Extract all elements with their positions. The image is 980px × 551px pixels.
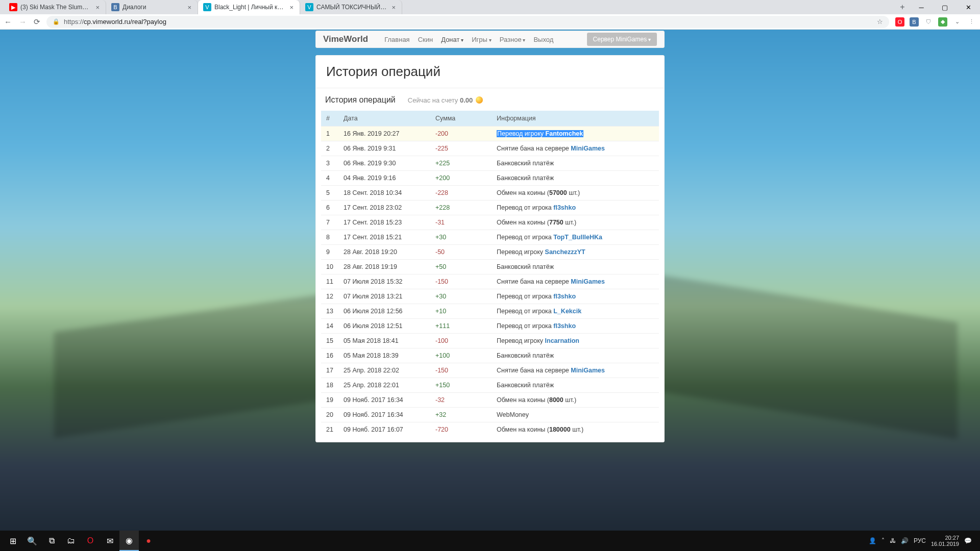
tab-title: (3) Ski Mask The Slump God - LA (20, 4, 91, 11)
nav-item[interactable]: Выход (529, 33, 557, 46)
mail-taskbar-icon[interactable]: ✉ (100, 531, 119, 551)
taskbar-clock[interactable]: 20:27 16.01.2019 (931, 535, 959, 547)
browser-tab[interactable]: VСАМЫЙ ТОКСИЧНЫЙ РОЗЫГР× (300, 0, 402, 14)
cell-info: Банковский платёж (492, 260, 659, 274)
cell-info: Обмен на коины (180000 шт.) (492, 422, 659, 437)
taskview-icon[interactable]: ⧉ (42, 531, 61, 551)
cell-info: Обмен на коины (57000 шт.) (492, 186, 659, 201)
cell-info: Банковский платёж (492, 378, 659, 393)
bookmark-star-icon[interactable]: ☆ (877, 18, 883, 26)
cell-num: 16 (321, 348, 338, 363)
cell-num: 14 (321, 319, 338, 334)
info-link[interactable]: SanchezzzYT (545, 248, 585, 256)
info-link[interactable]: L_Kekcik (553, 308, 581, 315)
cell-sum: -720 (430, 422, 492, 437)
youtube-favicon-icon: ▶ (9, 3, 17, 11)
nav-item[interactable]: Разное (496, 33, 530, 46)
cell-date: 06 Янв. 2019 9:31 (338, 141, 430, 156)
info-link[interactable]: TopT_BullleHKa (553, 234, 602, 241)
table-row: 404 Янв. 2019 9:16+200Банковский платёж (321, 171, 659, 186)
cell-num: 17 (321, 363, 338, 378)
browser-tab[interactable]: VBlack_Light | Личный кабинет V× (198, 0, 300, 14)
nav-item[interactable]: Игры (468, 33, 495, 46)
tab-close-icon[interactable]: × (94, 4, 101, 11)
table-row: 1107 Июля 2018 15:32-150Снятие бана на с… (321, 274, 659, 289)
cart-ext-icon[interactable]: ⌄ (952, 17, 962, 27)
explorer-icon[interactable]: 🗂 (61, 531, 81, 551)
balance-value: 0.00 (460, 96, 473, 104)
info-link[interactable]: MiniGames (571, 145, 605, 152)
back-button[interactable]: ← (4, 17, 12, 27)
start-button[interactable]: ⊞ (3, 531, 22, 551)
shield-ext-icon[interactable]: ⛉ (924, 17, 933, 27)
new-tab-button[interactable]: + (895, 0, 910, 14)
browser-tab[interactable]: BДиалоги× (106, 0, 198, 14)
lock-icon: 🔒 (53, 18, 60, 25)
opera-ext-icon[interactable]: O (895, 17, 904, 27)
panel-subheader: История операций Сейчас на счету 0.00 (316, 88, 664, 108)
nav-item[interactable]: Главная (380, 33, 413, 46)
close-window-button[interactable]: ✕ (957, 0, 980, 14)
info-link[interactable]: Incarnation (545, 337, 579, 344)
chrome-menu-icon[interactable]: ⋮ (967, 17, 976, 27)
table-header-row: # Дата Сумма Информация (321, 111, 659, 127)
info-link[interactable]: MiniGames (571, 278, 605, 285)
network-tray-icon[interactable]: 🖧 (890, 537, 896, 544)
speaker-tray-icon[interactable]: 🔊 (901, 537, 909, 544)
browser-tab[interactable]: ▶(3) Ski Mask The Slump God - LA× (4, 0, 106, 14)
people-tray-icon[interactable]: 👤 (869, 537, 876, 544)
tab-close-icon[interactable]: × (186, 4, 192, 11)
reload-button[interactable]: ⟳ (34, 17, 40, 27)
record-taskbar-icon[interactable]: ● (139, 531, 158, 551)
cell-sum: -150 (430, 274, 492, 289)
notifications-tray-icon[interactable]: 💬 (964, 537, 972, 544)
cell-date: 28 Авг. 2018 19:20 (338, 245, 430, 260)
info-link[interactable]: fl3shko (553, 204, 576, 211)
maximize-button[interactable]: ▢ (933, 0, 957, 14)
chrome-taskbar-icon[interactable]: ◉ (119, 531, 139, 551)
cell-info: Перевод от игрока fl3shko (492, 201, 659, 215)
cell-num: 18 (321, 378, 338, 393)
address-bar[interactable]: 🔒 https://cp.vimeworld.ru/real?paylog ☆ (46, 16, 889, 28)
cell-date: 25 Апр. 2018 22:01 (338, 378, 430, 393)
info-bold: 57000 (549, 189, 567, 196)
info-link[interactable]: fl3shko (553, 293, 576, 300)
cell-sum: +50 (430, 260, 492, 274)
cell-sum: -228 (430, 186, 492, 201)
forward-button[interactable]: → (19, 17, 27, 27)
nav-item[interactable]: Донат (437, 33, 468, 46)
panel-header: История операций (316, 56, 664, 88)
table-row: 2009 Нояб. 2017 16:34+32WebMoney (321, 408, 659, 422)
info-link[interactable]: MiniGames (571, 367, 605, 374)
nav-item[interactable]: Скин (414, 33, 437, 46)
tab-close-icon[interactable]: × (288, 4, 295, 11)
info-link[interactable]: Fantomchek (546, 130, 583, 137)
table-row: 206 Янв. 2019 9:31-225Снятие бана на сер… (321, 141, 659, 156)
tab-close-icon[interactable]: × (390, 4, 397, 11)
lang-indicator[interactable]: РУС (914, 537, 926, 544)
search-taskbar-icon[interactable]: 🔍 (22, 531, 42, 551)
info-bold: 8000 (549, 396, 564, 404)
cell-sum: +30 (430, 289, 492, 304)
table-row: 1825 Апр. 2018 22:01+150Банковский платё… (321, 378, 659, 393)
server-select-button[interactable]: Сервер MiniGames (587, 33, 657, 46)
vk-ext-icon[interactable]: B (910, 17, 919, 27)
cell-date: 05 Мая 2018 18:41 (338, 334, 430, 348)
balance-label: Сейчас на счету 0.00 (408, 96, 483, 104)
table-row: 717 Сент. 2018 15:23-31Обмен на коины (7… (321, 215, 659, 230)
cell-num: 11 (321, 274, 338, 289)
minimize-button[interactable]: ─ (910, 0, 933, 14)
cell-date: 09 Нояб. 2017 16:34 (338, 393, 430, 408)
info-link[interactable]: fl3shko (553, 322, 576, 330)
green-ext-icon[interactable]: ◆ (938, 17, 947, 27)
cell-sum: -200 (430, 127, 492, 141)
site-navbar: VimeWorld ГлавнаяСкинДонатИгрыРазноеВыхо… (315, 31, 665, 48)
tray-chevron-icon[interactable]: ˄ (881, 537, 885, 544)
cell-info: Банковский платёж (492, 156, 659, 171)
cell-num: 13 (321, 304, 338, 319)
site-brand[interactable]: VimeWorld (323, 34, 368, 44)
cell-date: 05 Мая 2018 18:39 (338, 348, 430, 363)
tab-title: Диалоги (122, 4, 183, 11)
opera-taskbar-icon[interactable]: O (81, 531, 100, 551)
cell-sum: +111 (430, 319, 492, 334)
